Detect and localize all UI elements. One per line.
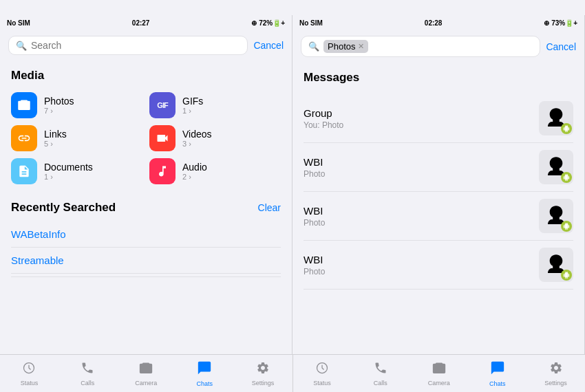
calls-label-left: Calls: [81, 380, 94, 386]
message-preview-wbi2: Photo: [304, 218, 532, 228]
search-icon-left: 🔍: [16, 41, 27, 51]
status-icon-left: [22, 361, 36, 378]
search-input-wrapper-right[interactable]: 🔍 Photos ✕: [301, 36, 540, 57]
recently-searched-title: Recently Searched: [11, 201, 116, 215]
settings-label-right: Settings: [544, 380, 567, 386]
tab-bar-left-half: Status Calls Camera Chats Settings: [0, 355, 293, 392]
recently-searched-header: Recently Searched Clear: [11, 201, 281, 215]
message-name-wbi2: WBI: [304, 205, 532, 217]
avatar-wbi2: [539, 199, 573, 233]
calls-label-right: Calls: [374, 380, 387, 386]
recent-item-streamable[interactable]: Streamable: [11, 248, 281, 274]
avatar-wbi3: [539, 248, 573, 282]
message-info-group: Group You: Photo: [304, 107, 532, 130]
search-bar-left: 🔍 Cancel: [0, 30, 292, 61]
status-bar-left: No SIM 02:27 ⊕ 72%🔋+: [0, 15, 292, 30]
chats-icon-right: [490, 360, 505, 379]
settings-icon-left: [256, 361, 270, 378]
videos-label: Videos 3 ›: [182, 129, 212, 148]
photos-tag-close[interactable]: ✕: [358, 42, 364, 51]
cancel-button-left[interactable]: Cancel: [253, 40, 284, 51]
message-info-wbi1: WBI Photo: [304, 156, 532, 179]
photos-tag-label: Photos: [328, 41, 355, 52]
message-item-wbi2[interactable]: WBI Photo: [304, 192, 573, 241]
tab-status-right[interactable]: Status: [293, 355, 352, 392]
carrier-left: No SIM: [7, 19, 30, 27]
audio-label: Audio 2 ›: [182, 162, 207, 181]
message-item-wbi3[interactable]: WBI Photo: [304, 241, 573, 290]
status-label-right: Status: [313, 380, 331, 386]
recent-item-wabetainfo[interactable]: WABetaInfo: [11, 221, 281, 248]
audio-icon: [149, 158, 176, 184]
chats-label-right: Chats: [489, 380, 506, 387]
media-item-gifs[interactable]: GIF GIFs 1 ›: [149, 92, 281, 118]
tab-calls-right[interactable]: Calls: [351, 355, 410, 392]
media-section-title: Media: [11, 69, 281, 83]
message-item-group[interactable]: Group You: Photo: [304, 94, 573, 143]
status-label-left: Status: [21, 380, 39, 386]
photos-label: Photos 7 ›: [44, 96, 74, 115]
links-label: Links 5 ›: [44, 129, 67, 148]
right-panel: No SIM 02:28 ⊕ 73%🔋+ 🔍 Photos ✕ Cancel M…: [292, 15, 585, 392]
android-badge-wbi2: [561, 221, 572, 232]
media-item-documents[interactable]: Documents 1 ›: [11, 158, 142, 184]
divider: [11, 276, 281, 277]
message-preview-group: You: Photo: [304, 120, 532, 130]
battery-left: ⊕ 72%🔋+: [251, 19, 285, 27]
gifs-label: GIFs 1 ›: [182, 96, 203, 115]
tab-chats-right[interactable]: Chats: [468, 355, 526, 392]
tab-camera-left[interactable]: Camera: [117, 355, 176, 392]
time-left: 02:27: [132, 19, 150, 27]
messages-list: Group You: Photo WBI: [304, 94, 573, 290]
right-content: Messages Group You: Photo: [292, 63, 584, 392]
camera-icon-right: [432, 361, 446, 378]
search-bar-right: 🔍 Photos ✕ Cancel: [292, 30, 584, 63]
tab-bar-right-half: Status Calls Camera Chats Settings: [293, 355, 586, 392]
left-content: Media Photos 7 › GIF GIFs 1 ›: [0, 61, 292, 392]
links-icon: [11, 125, 37, 151]
android-badge-wbi1: [561, 172, 572, 183]
chats-label-left: Chats: [196, 380, 213, 387]
status-icon-right: [315, 361, 329, 378]
message-preview-wbi3: Photo: [304, 267, 532, 276]
message-item-wbi1[interactable]: WBI Photo: [304, 143, 573, 192]
cancel-button-right[interactable]: Cancel: [546, 41, 576, 52]
battery-icon-left: ⊕ 72%🔋+: [251, 19, 285, 27]
avatar-group: [539, 101, 573, 135]
android-badge-wbi3: [561, 270, 572, 281]
message-info-wbi3: WBI Photo: [304, 254, 532, 276]
calls-icon-right: [374, 361, 387, 378]
tab-settings-left[interactable]: Settings: [234, 355, 292, 392]
tab-settings-right[interactable]: Settings: [526, 355, 585, 392]
camera-label-right: Camera: [428, 380, 450, 386]
media-item-audio[interactable]: Audio 2 ›: [149, 158, 281, 184]
time-right: 02:28: [425, 19, 443, 27]
media-grid: Photos 7 › GIF GIFs 1 ›: [11, 92, 281, 184]
documents-icon: [11, 158, 37, 184]
clear-button[interactable]: Clear: [258, 202, 281, 213]
message-name-group: Group: [304, 107, 532, 119]
settings-label-left: Settings: [252, 380, 275, 386]
tab-calls-left[interactable]: Calls: [58, 355, 117, 392]
camera-label-left: Camera: [135, 380, 157, 386]
tab-camera-right[interactable]: Camera: [410, 355, 468, 392]
tab-bar: Status Calls Camera Chats Settings: [0, 354, 585, 392]
messages-section-title: Messages: [304, 71, 573, 85]
photos-tag[interactable]: Photos ✕: [323, 40, 368, 53]
message-info-wbi2: WBI Photo: [304, 205, 532, 228]
media-item-links[interactable]: Links 5 ›: [11, 125, 142, 151]
message-name-wbi3: WBI: [304, 254, 532, 265]
chats-icon-left: [197, 360, 212, 379]
media-item-photos[interactable]: Photos 7 ›: [11, 92, 142, 118]
settings-icon-right: [549, 361, 563, 378]
left-panel: No SIM 02:27 ⊕ 72%🔋+ 🔍 Cancel Media: [0, 15, 292, 392]
search-input-wrapper-left[interactable]: 🔍: [8, 36, 248, 55]
search-input-left[interactable]: [31, 40, 240, 51]
message-name-wbi1: WBI: [304, 156, 532, 168]
tab-status-left[interactable]: Status: [0, 355, 58, 392]
tab-chats-left[interactable]: Chats: [176, 355, 234, 392]
avatar-wbi1: [539, 150, 573, 184]
gifs-icon: GIF: [149, 92, 176, 118]
camera-icon-left: [139, 361, 153, 378]
media-item-videos[interactable]: Videos 3 ›: [149, 125, 281, 151]
